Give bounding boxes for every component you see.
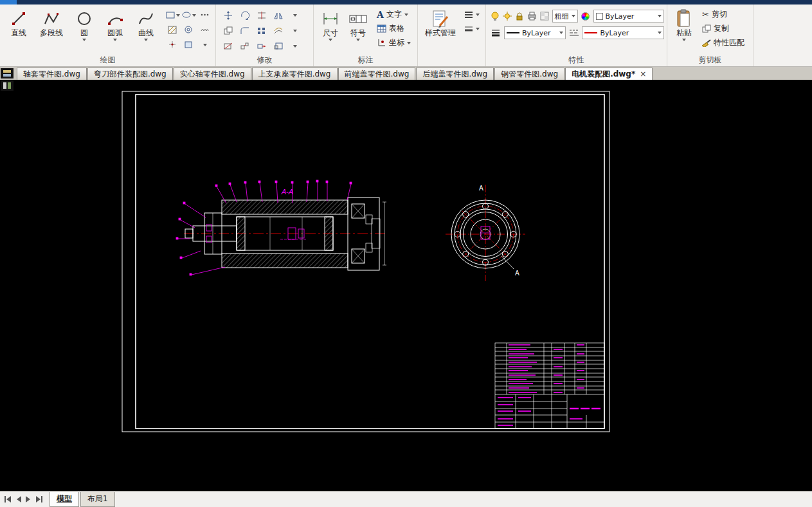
linetype-combo[interactable]: ByLayer	[582, 26, 664, 39]
layer-on-button[interactable]	[490, 10, 500, 22]
tab-close-icon[interactable]: ×	[640, 69, 646, 78]
color-wheel-icon	[581, 12, 590, 21]
hatch-tool-button[interactable]	[165, 23, 181, 37]
style-list-dropdown-1[interactable]	[476, 14, 480, 16]
style-list-button-1[interactable]	[464, 8, 480, 21]
lock-layer-button[interactable]	[515, 10, 525, 22]
lineweight-list-button[interactable]	[490, 27, 501, 39]
draw-grid-dropdown[interactable]	[197, 37, 213, 52]
rectangle-tool-button[interactable]	[165, 8, 181, 23]
doc-tab-5[interactable]: 前端盖零件图.dwg	[338, 68, 416, 80]
lineweight-display-dropdown[interactable]	[572, 15, 575, 17]
title-block[interactable]	[495, 343, 604, 429]
stretch-tool-button[interactable]	[253, 39, 270, 54]
paste-icon	[675, 8, 693, 29]
lines-icon	[464, 25, 473, 32]
first-sheet-button[interactable]	[4, 495, 12, 503]
ribbon: 直线 多段线 圆 圆弧	[0, 5, 812, 67]
symbol-dropdown-icon[interactable]	[356, 39, 360, 41]
move-tool-button[interactable]	[220, 8, 237, 23]
text-button[interactable]: A 文字	[377, 8, 411, 21]
end-view[interactable]: A A	[446, 185, 525, 281]
match-properties-button[interactable]: 特性匹配	[702, 36, 744, 50]
linetype-list-button[interactable]	[568, 27, 580, 39]
explode-tool-button[interactable]	[237, 39, 253, 54]
doc-tab-1[interactable]: 轴套零件图.dwg	[17, 68, 87, 80]
dimension-button[interactable]: 尺寸	[318, 8, 343, 41]
transparency-button[interactable]	[539, 10, 549, 22]
brightness-button[interactable]	[502, 10, 512, 22]
doc-tab-6[interactable]: 后端盖零件图.dwg	[416, 68, 494, 80]
polyline-button[interactable]: 多段线	[35, 8, 68, 37]
modify-dd-3[interactable]	[287, 39, 303, 54]
lineweight-display-combo[interactable]: 粗细	[552, 10, 578, 23]
color-dropdown[interactable]	[658, 15, 662, 17]
erase-tool-button[interactable]	[220, 39, 237, 54]
copy-tool-button[interactable]	[220, 23, 237, 39]
scale-tool-button[interactable]	[270, 39, 287, 54]
copy-icon	[702, 24, 711, 33]
arc-dropdown-icon[interactable]	[113, 39, 117, 41]
revcloud-tool-button[interactable]	[197, 23, 213, 37]
more-tools-button[interactable]	[197, 8, 213, 23]
spline-button[interactable]: 曲线	[131, 8, 161, 41]
circle-dropdown-icon[interactable]	[82, 39, 86, 41]
arc-button[interactable]: 圆弧	[100, 8, 130, 41]
table-button[interactable]: 表格	[377, 22, 411, 35]
app-button[interactable]	[0, 0, 17, 5]
doc-tab-7[interactable]: 钢管零件图.dwg	[494, 68, 564, 80]
lineweight-combo[interactable]: ByLayer	[504, 26, 566, 39]
style-manager-button[interactable]: 样式管理	[422, 8, 459, 37]
cut-label-bottom: A	[515, 270, 519, 277]
paste-button[interactable]: 粘贴	[671, 8, 697, 41]
rotate-tool-button[interactable]	[237, 8, 253, 23]
side-tool-palette-button[interactable]	[1, 80, 14, 91]
region-tool-button[interactable]	[181, 37, 197, 52]
mirror-tool-button[interactable]	[270, 8, 287, 23]
style-list-button-2[interactable]	[464, 22, 480, 35]
prev-sheet-button[interactable]	[15, 495, 22, 503]
trim-tool-button[interactable]	[253, 8, 270, 23]
side-tool-layers-button[interactable]	[1, 68, 14, 78]
next-sheet-button[interactable]	[25, 495, 32, 503]
point-tool-button[interactable]	[165, 37, 181, 52]
section-view[interactable]	[184, 198, 386, 270]
drawing-canvas[interactable]: A-A A A	[0, 80, 812, 491]
plot-layer-button[interactable]	[527, 10, 537, 22]
bulb-icon	[491, 12, 500, 21]
color-combo[interactable]: ByLayer	[593, 10, 664, 23]
doc-tab-4[interactable]: 上支承座零件图.dwg	[252, 68, 338, 80]
text-dropdown-icon[interactable]	[404, 14, 408, 16]
sheet-border[interactable]	[122, 91, 609, 432]
color-wheel-button[interactable]	[581, 10, 590, 22]
lineweight-dropdown[interactable]	[559, 32, 563, 34]
doc-tab-8-active[interactable]: 电机装配图.dwg* ×	[565, 68, 653, 80]
modify-dd-1[interactable]	[287, 8, 303, 23]
modify-dd-2[interactable]	[287, 23, 303, 39]
line-button[interactable]: 直线	[4, 8, 33, 37]
offset-tool-button[interactable]	[270, 23, 287, 39]
paste-dropdown-icon[interactable]	[682, 39, 686, 41]
coordinate-dropdown-icon[interactable]	[407, 42, 411, 44]
copy-button[interactable]: 复制	[702, 22, 744, 35]
lineweight-display-value: 粗细	[555, 12, 569, 21]
array-tool-button[interactable]	[253, 23, 270, 39]
doc-tab-2[interactable]: 弯刀部件装配图.dwg	[87, 68, 173, 80]
cut-button[interactable]: ✂ 剪切	[702, 8, 744, 21]
lineweight-sample	[507, 32, 519, 33]
model-tab[interactable]: 模型	[50, 492, 79, 507]
ellipse-tool-button[interactable]	[181, 8, 197, 23]
linetype-dropdown[interactable]	[658, 32, 662, 34]
doc-tab-3[interactable]: 实心轴零件图.dwg	[174, 68, 251, 80]
last-sheet-button[interactable]	[35, 495, 43, 503]
drawing-svg[interactable]: A-A A A	[0, 80, 812, 491]
symbol-button[interactable]: 符号	[345, 8, 372, 41]
dimension-dropdown-icon[interactable]	[329, 39, 332, 41]
donut-tool-button[interactable]	[181, 23, 197, 37]
circle-button[interactable]: 圆	[69, 8, 99, 41]
fillet-tool-button[interactable]	[237, 23, 253, 39]
coordinate-button[interactable]: 坐标	[377, 36, 411, 50]
spline-dropdown-icon[interactable]	[144, 39, 148, 41]
style-list-dropdown-2[interactable]	[476, 28, 480, 30]
layout1-tab[interactable]: 布局1	[80, 492, 115, 507]
